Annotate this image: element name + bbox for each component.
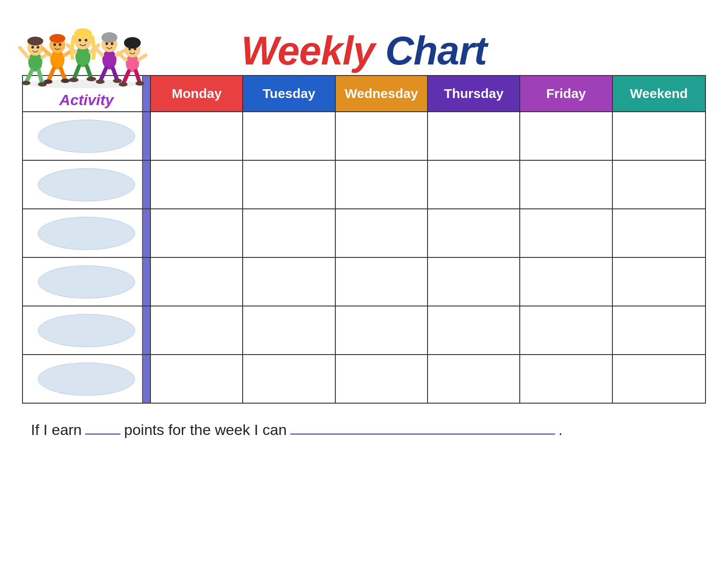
footer-blank-reward [290,426,555,435]
footer-prefix: If I earn [31,421,82,438]
table-row [23,257,705,306]
day-cell-3-mon [151,209,243,257]
activity-header: Activity [23,76,151,111]
day-cell-3-fri [520,209,612,257]
day-cell-1-wed [336,112,428,160]
day-cell-3-wkd [613,209,705,257]
header-row: Activity Monday Tuesday Wednesday Thursd… [23,76,705,111]
day-cell-2-wkd [613,161,705,208]
day-cell-2-tue [243,161,335,208]
table-row [23,208,705,257]
day-cell-6-fri [520,355,612,403]
day-cell-6-wkd [613,355,705,403]
day-cell-4-thu [428,258,520,306]
activity-oval-6 [38,363,135,396]
day-cell-3-thu [428,209,520,257]
day-cell-4-fri [520,258,612,306]
footer-middle: points for the week I can [124,421,287,438]
activity-cell-4 [23,258,151,306]
activity-oval-2 [38,168,135,201]
title-weekly: Weekly [241,29,375,73]
table-row [23,354,705,403]
table-row [23,160,705,208]
day-cell-5-fri [520,306,612,354]
footer-period: . [559,421,563,438]
title-area: Weekly Chart [22,13,706,71]
day-cell-3-wed [336,209,428,257]
footer-blank-points [85,426,120,435]
title-chart: Chart [385,29,487,73]
activity-oval-1 [38,120,135,153]
day-cell-5-thu [428,306,520,354]
day-cell-5-tue [243,306,335,354]
activity-cell-2 [23,161,151,208]
activity-oval-4 [38,265,135,299]
day-cell-4-tue [243,258,335,306]
footer-text: If I earn points for the week I can . [22,421,706,438]
day-cell-5-wed [336,306,428,354]
header-thursday: Thursday [428,76,520,111]
main-section: Activity Monday Tuesday Wednesday Thursd… [22,75,706,404]
day-cell-6-wed [336,355,428,403]
activity-cell-1 [23,112,151,160]
weekly-chart: Activity Monday Tuesday Wednesday Thursd… [22,75,706,404]
activity-cell-3 [23,209,151,257]
day-cell-5-wkd [613,306,705,354]
day-cell-4-wed [336,258,428,306]
activity-oval-3 [38,217,135,250]
activity-label: Activity [60,91,114,109]
day-cell-4-mon [151,258,243,306]
day-cell-5-mon [151,306,243,354]
day-cell-1-tue [243,112,335,160]
day-cell-1-wkd [613,112,705,160]
day-cell-6-thu [428,355,520,403]
page-wrapper: Weekly Chart [0,0,728,563]
activity-cell-6 [23,355,151,403]
day-cell-1-thu [428,112,520,160]
header-wednesday: Wednesday [336,76,428,111]
header-friday: Friday [520,76,612,111]
day-cell-1-mon [151,112,243,160]
day-cell-2-fri [520,161,612,208]
day-cell-3-tue [243,209,335,257]
day-cell-4-wkd [613,258,705,306]
activity-oval-5 [38,314,135,347]
day-cell-2-wed [336,161,428,208]
day-cell-6-mon [151,355,243,403]
day-cell-1-fri [520,112,612,160]
table-row [23,111,705,160]
header-weekend: Weekend [613,76,705,111]
day-cell-2-thu [428,161,520,208]
header-tuesday: Tuesday [243,76,335,111]
activity-cell-5 [23,306,151,354]
header-monday: Monday [151,76,243,111]
day-cell-2-mon [151,161,243,208]
table-row [23,306,705,354]
page-title: Weekly Chart [241,31,487,71]
day-cell-6-tue [243,355,335,403]
